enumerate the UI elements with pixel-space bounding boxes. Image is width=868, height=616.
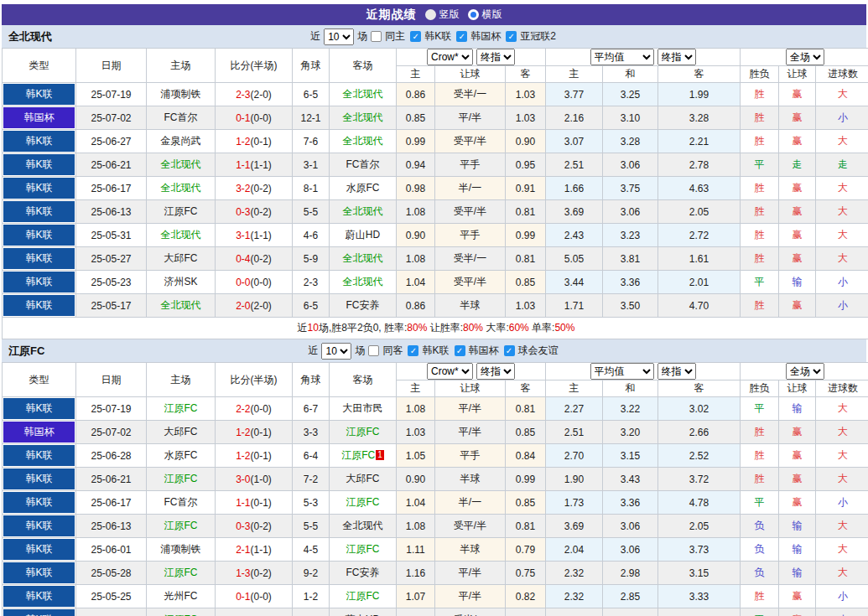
avg-home-odds-cell: 1.71 — [546, 294, 603, 318]
odds-stage-select-1[interactable]: 终指 — [476, 49, 515, 65]
avg-home-odds-cell: 2.27 — [546, 397, 603, 421]
radio-selected-icon[interactable] — [468, 9, 479, 20]
league-checkbox-kleague[interactable]: ✓ — [408, 345, 418, 356]
league-type-badge: 韩K联 — [3, 84, 75, 105]
goals-result-cell: 大 — [816, 224, 868, 247]
away-team-cell: 江原FC — [330, 421, 397, 444]
odds-stage-select-1[interactable]: 终指 — [476, 363, 515, 380]
home-team-cell: 江原FC — [147, 562, 216, 585]
odds-stage-select-2[interactable]: 终指 — [657, 363, 696, 380]
score-cell: 3-2(0-2) — [216, 177, 293, 200]
match-row: 韩国杯 25-07-02 FC首尔 0-1(0-0) 12-1 全北现代 0.8… — [3, 106, 868, 130]
result-cell: 胜 — [741, 200, 779, 224]
league-checkbox-acl[interactable]: ✓ — [506, 31, 517, 42]
bookmaker-select[interactable]: Crow* — [427, 49, 473, 65]
same-home-checkbox[interactable] — [371, 31, 382, 42]
avg-draw-odds-cell: 3.23 — [603, 224, 658, 247]
avg-away-odds-cell: 2.01 — [658, 271, 741, 294]
same-away-checkbox[interactable] — [368, 345, 379, 356]
league-label: 球会友谊 — [518, 344, 559, 358]
league-type-cell: 韩K联 — [3, 224, 76, 247]
avg-away-odds-cell: 4.63 — [658, 177, 741, 200]
fulltime-score: 0-1 — [236, 591, 250, 603]
col-header-type: 类型 — [3, 363, 76, 397]
score-cell: 3-1(1-1) — [216, 224, 293, 247]
bookmaker-select[interactable]: Crow* — [427, 363, 473, 380]
avg-away-odds-cell: 2.52 — [658, 444, 741, 468]
home-team-cell: 全北现代 — [147, 177, 216, 200]
league-label: 韩国杯 — [470, 29, 501, 44]
goals-result-cell: 小 — [816, 585, 868, 608]
league-checkbox-kleague[interactable]: ✓ — [410, 31, 421, 42]
corners-cell: 9-2 — [293, 562, 330, 585]
games-label: 场 — [357, 29, 367, 44]
near-label: 近 — [308, 344, 318, 358]
corners-cell: 5-3 — [293, 491, 330, 515]
fulltime-score: 3-0 — [236, 474, 250, 485]
sub-header-avg-home: 主 — [546, 66, 603, 83]
average-select[interactable]: 平均值 — [590, 363, 654, 380]
date-cell: 25-07-02 — [76, 421, 147, 444]
summary-segment: 80% — [463, 322, 483, 334]
result-cell: 胜 — [741, 247, 779, 271]
handicap-cell: 半球 — [435, 468, 506, 491]
score-cell: 3-0(1-0) — [216, 468, 293, 491]
away-team-name: 全北现代 — [343, 205, 383, 217]
result-cell: 平 — [741, 608, 779, 616]
away-odds-cell: 0.81 — [506, 515, 546, 538]
results-table-gangwon: 类型 日期 主场 比分(半场) 角球 客场 Crow*终指 平均值终指 全场 主… — [2, 362, 868, 616]
result-cell: 平 — [741, 153, 779, 177]
home-odds-cell: 1.08 — [397, 247, 435, 271]
match-count-select[interactable]: 10 — [321, 343, 351, 360]
col-header-date: 日期 — [76, 49, 147, 83]
league-type-badge: 韩K联 — [3, 609, 75, 616]
average-select[interactable]: 平均值 — [590, 49, 654, 65]
corners-cell: 7-6 — [293, 130, 330, 153]
fulltime-select[interactable]: 全场 — [786, 363, 824, 380]
avg-draw-odds-cell: 3.06 — [603, 153, 658, 177]
page-title: 近期战绩 — [366, 8, 417, 23]
odds-stage-select-2[interactable]: 终指 — [657, 49, 696, 65]
score-cell: 0-4(0-2) — [216, 247, 293, 271]
date-cell: 25-06-17 — [76, 491, 147, 515]
handicap-result-cell: 赢 — [779, 294, 816, 318]
home-team-cell: 全北现代 — [147, 224, 216, 247]
col-header-score: 比分(半场) — [216, 49, 293, 83]
match-row: 韩K联 25-05-23 济州SK 0-0(0-0) 2-3 全北现代 1.04… — [3, 271, 868, 294]
corners-cell: 1-2 — [293, 585, 330, 608]
league-checkbox-cup[interactable]: ✓ — [455, 345, 465, 356]
league-checkbox-cup[interactable]: ✓ — [456, 31, 467, 42]
away-odds-cell: 0.81 — [506, 200, 546, 224]
avg-away-odds-cell: 3.02 — [658, 397, 741, 421]
away-odds-cell: 0.99 — [506, 608, 546, 616]
league-label: 亚冠联2 — [520, 29, 556, 44]
league-type-badge: 韩K联 — [3, 225, 75, 246]
fulltime-score: 0-3 — [236, 520, 250, 532]
league-type-badge: 韩K联 — [3, 515, 75, 536]
league-type-cell: 韩K联 — [3, 491, 76, 515]
away-team-cell: 大田市民 — [330, 397, 397, 421]
avg-draw-odds-cell: 3.20 — [603, 421, 658, 444]
filter-controls: 近 10 场 同客 ✓ 韩K联 ✓ 韩国杯 ✓ 球会友谊 — [308, 343, 559, 360]
away-team-name: 江原FC — [346, 543, 380, 555]
avg-home-odds-cell: 5.05 — [546, 247, 603, 271]
corners-cell: 8-1 — [293, 177, 330, 200]
layout-radio-vertical[interactable]: 竖版 — [425, 8, 460, 22]
handicap-cell: 半/一 — [435, 177, 506, 200]
league-type-cell: 韩K联 — [3, 271, 76, 294]
league-label: 韩K联 — [424, 29, 451, 44]
radio-icon[interactable] — [425, 9, 436, 20]
layout-radio-horizontal[interactable]: 横版 — [468, 8, 502, 22]
goals-result-cell: 小 — [816, 294, 868, 318]
sub-header-handicap-result: 让球 — [779, 66, 816, 83]
away-odds-cell: 0.99 — [506, 224, 546, 247]
score-cell: 2-1(1-1) — [216, 538, 293, 562]
halftime-score: (2-0) — [251, 89, 272, 101]
league-checkbox-friendly[interactable]: ✓ — [504, 345, 515, 356]
match-count-select[interactable]: 10 — [324, 28, 354, 45]
score-cell: 0-0(0-0) — [216, 271, 293, 294]
avg-draw-odds-cell: 3.43 — [603, 468, 658, 491]
fulltime-select[interactable]: 全场 — [786, 49, 824, 65]
halftime-score: (0-0) — [251, 591, 272, 603]
avg-away-odds-cell: 2.78 — [658, 153, 741, 177]
